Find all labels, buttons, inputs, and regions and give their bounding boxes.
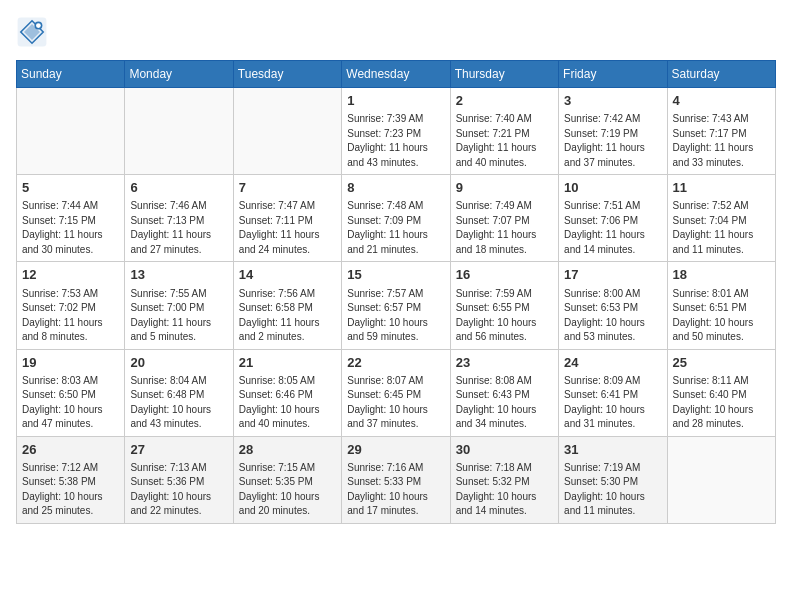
day-number: 7 [239, 179, 336, 197]
day-info: Sunrise: 7:44 AMSunset: 7:15 PMDaylight:… [22, 199, 119, 257]
day-number: 4 [673, 92, 770, 110]
calendar-day-cell: 1Sunrise: 7:39 AMSunset: 7:23 PMDaylight… [342, 88, 450, 175]
day-number: 28 [239, 441, 336, 459]
day-of-week-header: Friday [559, 61, 667, 88]
day-info: Sunrise: 7:40 AMSunset: 7:21 PMDaylight:… [456, 112, 553, 170]
calendar-day-cell: 9Sunrise: 7:49 AMSunset: 7:07 PMDaylight… [450, 175, 558, 262]
calendar-day-cell: 11Sunrise: 7:52 AMSunset: 7:04 PMDayligh… [667, 175, 775, 262]
calendar-day-cell: 16Sunrise: 7:59 AMSunset: 6:55 PMDayligh… [450, 262, 558, 349]
day-info: Sunrise: 7:47 AMSunset: 7:11 PMDaylight:… [239, 199, 336, 257]
calendar-day-cell: 25Sunrise: 8:11 AMSunset: 6:40 PMDayligh… [667, 349, 775, 436]
day-number: 17 [564, 266, 661, 284]
day-number: 1 [347, 92, 444, 110]
calendar-day-cell: 24Sunrise: 8:09 AMSunset: 6:41 PMDayligh… [559, 349, 667, 436]
calendar-day-cell: 7Sunrise: 7:47 AMSunset: 7:11 PMDaylight… [233, 175, 341, 262]
calendar-day-cell: 8Sunrise: 7:48 AMSunset: 7:09 PMDaylight… [342, 175, 450, 262]
calendar-day-cell: 14Sunrise: 7:56 AMSunset: 6:58 PMDayligh… [233, 262, 341, 349]
calendar-header-row: SundayMondayTuesdayWednesdayThursdayFrid… [17, 61, 776, 88]
calendar-table: SundayMondayTuesdayWednesdayThursdayFrid… [16, 60, 776, 524]
day-number: 11 [673, 179, 770, 197]
day-info: Sunrise: 8:05 AMSunset: 6:46 PMDaylight:… [239, 374, 336, 432]
day-info: Sunrise: 8:01 AMSunset: 6:51 PMDaylight:… [673, 287, 770, 345]
day-info: Sunrise: 7:18 AMSunset: 5:32 PMDaylight:… [456, 461, 553, 519]
day-info: Sunrise: 7:51 AMSunset: 7:06 PMDaylight:… [564, 199, 661, 257]
day-number: 24 [564, 354, 661, 372]
calendar-day-cell: 28Sunrise: 7:15 AMSunset: 5:35 PMDayligh… [233, 436, 341, 523]
day-info: Sunrise: 8:00 AMSunset: 6:53 PMDaylight:… [564, 287, 661, 345]
calendar-day-cell: 4Sunrise: 7:43 AMSunset: 7:17 PMDaylight… [667, 88, 775, 175]
day-number: 27 [130, 441, 227, 459]
day-info: Sunrise: 7:42 AMSunset: 7:19 PMDaylight:… [564, 112, 661, 170]
calendar-day-cell: 22Sunrise: 8:07 AMSunset: 6:45 PMDayligh… [342, 349, 450, 436]
calendar-day-cell: 5Sunrise: 7:44 AMSunset: 7:15 PMDaylight… [17, 175, 125, 262]
day-info: Sunrise: 7:43 AMSunset: 7:17 PMDaylight:… [673, 112, 770, 170]
day-number: 12 [22, 266, 119, 284]
day-info: Sunrise: 8:04 AMSunset: 6:48 PMDaylight:… [130, 374, 227, 432]
day-info: Sunrise: 7:39 AMSunset: 7:23 PMDaylight:… [347, 112, 444, 170]
calendar-day-cell: 21Sunrise: 8:05 AMSunset: 6:46 PMDayligh… [233, 349, 341, 436]
logo [16, 16, 52, 48]
day-info: Sunrise: 7:46 AMSunset: 7:13 PMDaylight:… [130, 199, 227, 257]
calendar-day-cell: 12Sunrise: 7:53 AMSunset: 7:02 PMDayligh… [17, 262, 125, 349]
calendar-day-cell: 19Sunrise: 8:03 AMSunset: 6:50 PMDayligh… [17, 349, 125, 436]
calendar-day-cell: 29Sunrise: 7:16 AMSunset: 5:33 PMDayligh… [342, 436, 450, 523]
day-number: 21 [239, 354, 336, 372]
logo-icon [16, 16, 48, 48]
day-info: Sunrise: 7:12 AMSunset: 5:38 PMDaylight:… [22, 461, 119, 519]
day-number: 25 [673, 354, 770, 372]
day-number: 19 [22, 354, 119, 372]
day-number: 16 [456, 266, 553, 284]
day-number: 6 [130, 179, 227, 197]
calendar-day-cell: 6Sunrise: 7:46 AMSunset: 7:13 PMDaylight… [125, 175, 233, 262]
day-of-week-header: Tuesday [233, 61, 341, 88]
day-info: Sunrise: 8:09 AMSunset: 6:41 PMDaylight:… [564, 374, 661, 432]
day-info: Sunrise: 7:55 AMSunset: 7:00 PMDaylight:… [130, 287, 227, 345]
day-info: Sunrise: 7:16 AMSunset: 5:33 PMDaylight:… [347, 461, 444, 519]
calendar-day-cell: 15Sunrise: 7:57 AMSunset: 6:57 PMDayligh… [342, 262, 450, 349]
day-of-week-header: Saturday [667, 61, 775, 88]
day-info: Sunrise: 7:48 AMSunset: 7:09 PMDaylight:… [347, 199, 444, 257]
calendar-week-row: 1Sunrise: 7:39 AMSunset: 7:23 PMDaylight… [17, 88, 776, 175]
day-number: 15 [347, 266, 444, 284]
calendar-day-cell: 10Sunrise: 7:51 AMSunset: 7:06 PMDayligh… [559, 175, 667, 262]
day-info: Sunrise: 7:53 AMSunset: 7:02 PMDaylight:… [22, 287, 119, 345]
day-info: Sunrise: 7:19 AMSunset: 5:30 PMDaylight:… [564, 461, 661, 519]
day-number: 30 [456, 441, 553, 459]
day-number: 8 [347, 179, 444, 197]
day-info: Sunrise: 7:52 AMSunset: 7:04 PMDaylight:… [673, 199, 770, 257]
day-number: 9 [456, 179, 553, 197]
calendar-day-cell: 20Sunrise: 8:04 AMSunset: 6:48 PMDayligh… [125, 349, 233, 436]
day-number: 31 [564, 441, 661, 459]
day-number: 5 [22, 179, 119, 197]
day-of-week-header: Thursday [450, 61, 558, 88]
calendar-day-cell: 30Sunrise: 7:18 AMSunset: 5:32 PMDayligh… [450, 436, 558, 523]
day-of-week-header: Wednesday [342, 61, 450, 88]
day-of-week-header: Monday [125, 61, 233, 88]
calendar-week-row: 12Sunrise: 7:53 AMSunset: 7:02 PMDayligh… [17, 262, 776, 349]
day-info: Sunrise: 8:03 AMSunset: 6:50 PMDaylight:… [22, 374, 119, 432]
day-info: Sunrise: 7:13 AMSunset: 5:36 PMDaylight:… [130, 461, 227, 519]
calendar-day-cell [233, 88, 341, 175]
day-info: Sunrise: 7:15 AMSunset: 5:35 PMDaylight:… [239, 461, 336, 519]
day-info: Sunrise: 7:57 AMSunset: 6:57 PMDaylight:… [347, 287, 444, 345]
day-number: 14 [239, 266, 336, 284]
calendar-day-cell: 27Sunrise: 7:13 AMSunset: 5:36 PMDayligh… [125, 436, 233, 523]
day-number: 29 [347, 441, 444, 459]
day-number: 23 [456, 354, 553, 372]
day-number: 3 [564, 92, 661, 110]
day-of-week-header: Sunday [17, 61, 125, 88]
calendar-day-cell: 18Sunrise: 8:01 AMSunset: 6:51 PMDayligh… [667, 262, 775, 349]
calendar-week-row: 19Sunrise: 8:03 AMSunset: 6:50 PMDayligh… [17, 349, 776, 436]
calendar-week-row: 26Sunrise: 7:12 AMSunset: 5:38 PMDayligh… [17, 436, 776, 523]
calendar-day-cell: 26Sunrise: 7:12 AMSunset: 5:38 PMDayligh… [17, 436, 125, 523]
day-number: 13 [130, 266, 227, 284]
calendar-day-cell: 13Sunrise: 7:55 AMSunset: 7:00 PMDayligh… [125, 262, 233, 349]
day-info: Sunrise: 8:08 AMSunset: 6:43 PMDaylight:… [456, 374, 553, 432]
calendar-week-row: 5Sunrise: 7:44 AMSunset: 7:15 PMDaylight… [17, 175, 776, 262]
calendar-day-cell [667, 436, 775, 523]
calendar-day-cell: 3Sunrise: 7:42 AMSunset: 7:19 PMDaylight… [559, 88, 667, 175]
calendar-day-cell: 17Sunrise: 8:00 AMSunset: 6:53 PMDayligh… [559, 262, 667, 349]
calendar-day-cell: 31Sunrise: 7:19 AMSunset: 5:30 PMDayligh… [559, 436, 667, 523]
day-number: 26 [22, 441, 119, 459]
calendar-day-cell [125, 88, 233, 175]
